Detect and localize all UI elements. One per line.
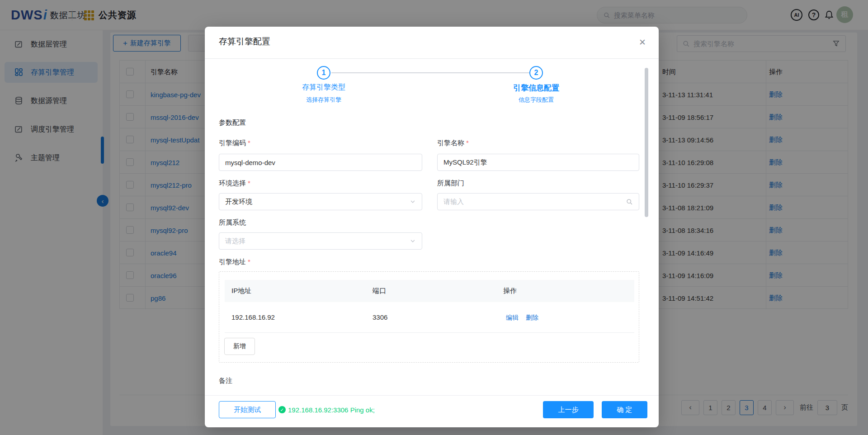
step-2-circle: 2 [529, 66, 543, 80]
stepper-line [331, 72, 529, 73]
engine-code-input[interactable] [219, 154, 422, 171]
section-title: 参数配置 [219, 118, 246, 127]
step-2-subtitle: 信息字段配置 [482, 96, 590, 104]
engine-code-label: 引擎编码* [219, 139, 250, 147]
modal-footer-divider [205, 395, 659, 396]
remark-label: 备注 [219, 377, 232, 385]
ping-result-text: 192.168.16.92:3306 Ping ok; [288, 406, 375, 414]
engine-address-label: 引擎地址* [219, 258, 250, 266]
chevron-down-icon [410, 238, 416, 244]
step-2-title: 引擎信息配置 [482, 83, 590, 93]
modal-title: 存算引擎配置 [219, 36, 270, 47]
ping-result: ✓ 192.168.16.92:3306 Ping ok; [278, 401, 375, 418]
ip-value: 192.168.16.92 [231, 313, 275, 321]
modal-scrollbar[interactable] [645, 68, 648, 217]
edit-link[interactable]: 编辑 [506, 314, 519, 322]
chevron-down-icon [410, 199, 416, 205]
required-asterisk: * [248, 179, 250, 187]
environment-label: 环境选择* [219, 179, 250, 188]
engine-name-label: 引擎名称* [437, 139, 469, 147]
department-input[interactable]: 请输入 [437, 193, 639, 210]
required-asterisk: * [466, 139, 469, 147]
step-1-subtitle: 选择存算引擎 [269, 96, 378, 104]
address-table-row: 192.168.16.92 3306 编辑 删除 [225, 302, 634, 333]
close-icon[interactable]: ✕ [636, 36, 649, 48]
step-1-title: 存算引擎类型 [269, 83, 378, 92]
engine-config-modal: 存算引擎配置 ✕ 1 2 存算引擎类型 引擎信息配置 选择存算引擎 信息字段配置… [205, 27, 659, 427]
ip-column-header: IP地址 [231, 287, 251, 295]
step-1-circle: 1 [317, 66, 330, 80]
actions-column-header: 操作 [503, 287, 517, 295]
check-circle-icon: ✓ [278, 406, 286, 413]
modal-header-divider [205, 58, 659, 59]
department-label: 所属部门 [437, 179, 464, 188]
delete-link[interactable]: 删除 [526, 314, 538, 322]
confirm-button[interactable]: 确 定 [602, 401, 647, 418]
port-column-header: 端口 [373, 287, 386, 295]
required-asterisk: * [248, 139, 250, 147]
start-test-button[interactable]: 开始测试 [219, 401, 276, 418]
search-icon [626, 199, 633, 205]
engine-address-box: IP地址 端口 操作 192.168.16.92 3306 编辑 删除 [219, 271, 639, 363]
system-select[interactable]: 请选择 [219, 232, 422, 250]
system-label: 所属系统 [219, 218, 246, 227]
environment-select[interactable]: 开发环境 [219, 193, 422, 210]
port-value: 3306 [373, 313, 387, 321]
add-address-button[interactable]: 新增 [224, 338, 255, 355]
engine-name-input[interactable] [437, 154, 639, 171]
required-asterisk: * [248, 258, 250, 265]
previous-step-button[interactable]: 上一步 [543, 401, 594, 418]
address-table-header: IP地址 端口 操作 [225, 280, 634, 302]
